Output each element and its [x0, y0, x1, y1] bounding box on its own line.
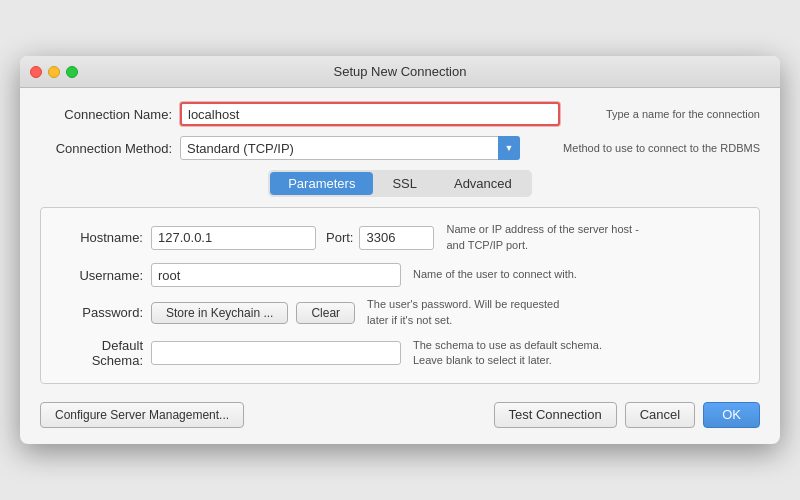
- connection-method-select[interactable]: Standard (TCP/IP) Local Socket/Pipe Stan…: [180, 136, 520, 160]
- maximize-button[interactable]: [66, 66, 78, 78]
- footer-right: Test Connection Cancel OK: [494, 402, 761, 428]
- configure-server-button[interactable]: Configure Server Management...: [40, 402, 244, 428]
- hostname-row: Hostname: Port: Name or IP address of th…: [51, 222, 749, 253]
- connection-method-row: Connection Method: Standard (TCP/IP) Loc…: [40, 136, 760, 160]
- password-row: Password: Store in Keychain ... Clear Th…: [51, 297, 749, 328]
- main-window: Setup New Connection Connection Name: Ty…: [20, 56, 780, 443]
- password-hint: The user's password. Will be requested l…: [367, 297, 567, 328]
- tab-ssl[interactable]: SSL: [374, 172, 435, 195]
- hostname-label: Hostname:: [51, 230, 151, 245]
- username-row: Username: Name of the user to connect wi…: [51, 263, 749, 287]
- connection-name-input[interactable]: [180, 102, 560, 126]
- ok-button[interactable]: OK: [703, 402, 760, 428]
- connection-method-label: Connection Method:: [40, 141, 180, 156]
- minimize-button[interactable]: [48, 66, 60, 78]
- test-connection-button[interactable]: Test Connection: [494, 402, 617, 428]
- password-label: Password:: [51, 305, 151, 320]
- default-schema-label: Default Schema:: [51, 338, 151, 368]
- default-schema-hint: The schema to use as default schema. Lea…: [413, 338, 613, 369]
- tab-parameters[interactable]: Parameters: [270, 172, 373, 195]
- parameters-panel: Hostname: Port: Name or IP address of th…: [40, 207, 760, 383]
- titlebar: Setup New Connection: [20, 56, 780, 88]
- default-schema-row: Default Schema: The schema to use as def…: [51, 338, 749, 369]
- connection-method-control: Standard (TCP/IP) Local Socket/Pipe Stan…: [180, 136, 551, 160]
- connection-name-row: Connection Name: Type a name for the con…: [40, 102, 760, 126]
- connection-name-hint: Type a name for the connection: [606, 107, 760, 122]
- cancel-button[interactable]: Cancel: [625, 402, 695, 428]
- connection-method-hint: Method to use to connect to the RDBMS: [563, 141, 760, 156]
- password-buttons: Store in Keychain ... Clear: [151, 302, 355, 324]
- footer-left: Configure Server Management...: [40, 402, 244, 428]
- username-hint: Name of the user to connect with.: [413, 267, 577, 282]
- port-label: Port:: [326, 230, 353, 245]
- hostname-hint: Name or IP address of the server host - …: [446, 222, 646, 253]
- default-schema-input[interactable]: [151, 341, 401, 365]
- traffic-lights: [30, 66, 78, 78]
- connection-name-label: Connection Name:: [40, 107, 180, 122]
- method-select-wrap: Standard (TCP/IP) Local Socket/Pipe Stan…: [180, 136, 520, 160]
- username-input[interactable]: [151, 263, 401, 287]
- port-input[interactable]: [359, 226, 434, 250]
- tab-advanced[interactable]: Advanced: [436, 172, 530, 195]
- tabs-section: Parameters SSL Advanced: [40, 170, 760, 197]
- connection-name-control: [180, 102, 594, 126]
- username-label: Username:: [51, 268, 151, 283]
- window-body: Connection Name: Type a name for the con…: [20, 88, 780, 443]
- clear-password-button[interactable]: Clear: [296, 302, 355, 324]
- footer: Configure Server Management... Test Conn…: [40, 396, 760, 430]
- tab-bar: Parameters SSL Advanced: [268, 170, 532, 197]
- close-button[interactable]: [30, 66, 42, 78]
- window-title: Setup New Connection: [334, 64, 467, 79]
- hostname-input[interactable]: [151, 226, 316, 250]
- store-keychain-button[interactable]: Store in Keychain ...: [151, 302, 288, 324]
